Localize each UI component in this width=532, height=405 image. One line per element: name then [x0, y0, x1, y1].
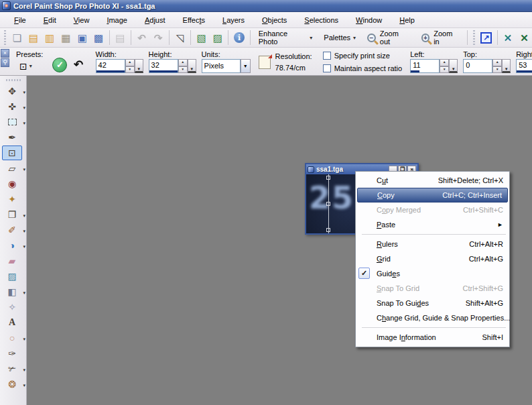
pen-tool[interactable]: ✑ — [2, 346, 22, 361]
flyout-arrow-icon[interactable]: ▾ — [23, 383, 25, 388]
menu-layers[interactable]: Layers — [214, 13, 253, 27]
context-item-rulers[interactable]: Rulers Ctrl+Alt+R — [356, 237, 509, 251]
pan-tool[interactable]: ✥▾ — [2, 84, 22, 99]
clear-crop-button[interactable]: ↷ — [74, 58, 83, 72]
info-button[interactable]: i — [231, 30, 247, 46]
clone-brush-tool[interactable]: ❐▾ — [2, 207, 22, 222]
left-spin-up[interactable]: ▲ — [440, 59, 449, 66]
fullscreen-preview-button[interactable]: ↗ — [478, 30, 494, 46]
new-file-button[interactable]: ❏ — [9, 30, 25, 46]
save-as-button[interactable]: ▩ — [90, 30, 106, 46]
art-media-tool[interactable]: ❂▾ — [2, 377, 22, 392]
flyout-arrow-icon[interactable]: ▾ — [23, 167, 25, 172]
color-workspace-button-1[interactable]: ✕ — [501, 30, 516, 46]
menu-selections[interactable]: Selections — [295, 13, 347, 27]
flyout-arrow-icon[interactable]: ▾ — [23, 213, 25, 219]
menu-help[interactable]: Help — [391, 13, 423, 27]
flyout-arrow-icon[interactable]: ▾ — [23, 90, 25, 95]
eraser-tool[interactable]: ▰ — [2, 253, 22, 268]
tools-grip[interactable] — [6, 78, 21, 82]
top-spin-down[interactable]: ▼ — [492, 66, 502, 74]
width-slider-button[interactable]: ▼ — [135, 59, 143, 73]
left-input[interactable]: 11 — [410, 59, 440, 73]
flyout-arrow-icon[interactable]: ▾ — [23, 337, 25, 342]
height-slider-button[interactable]: ▼ — [188, 59, 196, 73]
width-spin-down[interactable]: ▼ — [125, 66, 135, 74]
move-tool[interactable]: ✜▾ — [2, 99, 22, 114]
right-input[interactable]: 53 — [516, 59, 532, 73]
menu-adjust[interactable]: Adjust — [136, 13, 174, 27]
presets-dropdown-button[interactable]: ⊡ ▾ — [16, 59, 43, 73]
capture-button-1[interactable]: ▧ — [194, 30, 209, 46]
menu-image[interactable]: Image — [98, 13, 136, 27]
background-eraser-tool[interactable]: ▨ — [2, 269, 22, 284]
units-dropdown[interactable]: Pixels ▼ — [202, 59, 251, 73]
perspective-tool[interactable]: ▱▾ — [2, 161, 22, 176]
context-item-copy[interactable]: Copy Ctrl+C; Ctrl+Insert — [357, 188, 508, 202]
height-input[interactable]: 32 — [149, 59, 178, 73]
crop-handle-top[interactable] — [326, 176, 330, 180]
preset-shape-tool[interactable]: ○▾ — [2, 331, 22, 345]
guides-checkbox[interactable]: ✓ — [358, 268, 370, 279]
top-slider-button[interactable]: ▼ — [502, 59, 511, 73]
flyout-arrow-icon[interactable]: ▾ — [23, 290, 25, 296]
open-file-button[interactable]: ▤ — [25, 30, 41, 46]
text-tool[interactable]: A — [2, 315, 22, 330]
left-spin-down[interactable]: ▼ — [440, 66, 449, 74]
color-replacer-tool[interactable]: ✧ — [2, 300, 22, 314]
menu-effects[interactable]: Effects — [174, 13, 214, 27]
flyout-arrow-icon[interactable]: ▾ — [23, 105, 25, 111]
flyout-arrow-icon[interactable]: ▾ — [23, 367, 25, 373]
selection-tool[interactable]: ▾ — [2, 115, 22, 129]
context-item-guides[interactable]: ✓ Guides — [356, 266, 509, 281]
toolbar-grip[interactable] — [472, 30, 476, 45]
color-changer-tool[interactable]: ◑▾ — [2, 238, 22, 253]
context-item-image-information[interactable]: Image Information Shift+I — [356, 330, 509, 345]
save-button[interactable]: ▣ — [74, 30, 90, 46]
paint-brush-tool[interactable]: ✐▾ — [2, 223, 22, 237]
red-eye-tool[interactable]: ◉ — [2, 176, 22, 191]
left-slider-button[interactable]: ▼ — [449, 59, 458, 73]
context-item-snap-to-guides[interactable]: Snap To Guides Shift+Alt+G — [356, 296, 509, 310]
context-item-change-grid-properties[interactable]: Change Grid, Guide & Snap Properties... — [356, 310, 509, 325]
width-input[interactable]: 42 — [96, 59, 125, 73]
zoom-out-button[interactable]: − Zoom out — [362, 27, 415, 48]
options-close-button[interactable]: × — [1, 49, 9, 58]
browse-button[interactable]: ▥ — [42, 30, 57, 46]
color-workspace-button-2[interactable]: ✕ — [517, 30, 532, 46]
menu-edit[interactable]: Edit — [35, 13, 65, 27]
crop-handle-bottom[interactable] — [326, 228, 330, 232]
toolbar-grip[interactable] — [3, 30, 7, 45]
palettes-button[interactable]: Palettes ▾ — [318, 31, 361, 44]
makeover-tool[interactable]: ✦ — [2, 192, 22, 207]
zoom-in-button[interactable]: + Zoom in — [416, 27, 465, 48]
menu-objects[interactable]: Objects — [253, 13, 295, 27]
width-spin-up[interactable]: ▲ — [125, 59, 135, 66]
scan-button[interactable]: ▦ — [58, 30, 74, 46]
apply-crop-button[interactable]: ✓ — [52, 58, 67, 72]
flyout-arrow-icon[interactable]: ▾ — [23, 244, 25, 249]
options-pin-button[interactable]: ⚲ — [1, 58, 9, 67]
context-item-grid[interactable]: Grid Ctrl+Alt+G — [356, 251, 509, 266]
height-spin-up[interactable]: ▲ — [178, 59, 188, 66]
menu-file[interactable]: File — [5, 13, 35, 27]
maintain-aspect-ratio-checkbox[interactable] — [323, 64, 331, 72]
context-item-paste[interactable]: Paste ► — [356, 217, 509, 232]
height-spin-down[interactable]: ▼ — [178, 66, 188, 74]
capture-button-2[interactable]: ▨ — [210, 30, 225, 46]
crop-handle-middle[interactable] — [326, 202, 330, 206]
specify-print-size-checkbox[interactable] — [323, 52, 331, 60]
context-item-cut[interactable]: Cut Shift+Delete; Ctrl+X — [356, 173, 509, 188]
menu-view[interactable]: View — [65, 13, 98, 27]
crop-boundary-line[interactable] — [328, 174, 329, 233]
resize-canvas-button[interactable]: ◹ — [172, 30, 188, 46]
top-input[interactable]: 0 — [463, 59, 492, 73]
enhance-photo-button[interactable]: Enhance Photo ▾ — [253, 27, 318, 48]
app-title-bar[interactable]: Corel Paint Shop Pro Photo XI - ssa1.tga — [0, 0, 532, 12]
top-spin-up[interactable]: ▲ — [492, 59, 502, 66]
flood-fill-tool[interactable]: ◧▾ — [2, 284, 22, 299]
flyout-arrow-icon[interactable]: ▾ — [23, 121, 25, 126]
units-dropdown-arrow[interactable]: ▼ — [241, 59, 251, 73]
menu-window[interactable]: Window — [347, 13, 391, 27]
flyout-arrow-icon[interactable]: ▾ — [23, 229, 25, 234]
